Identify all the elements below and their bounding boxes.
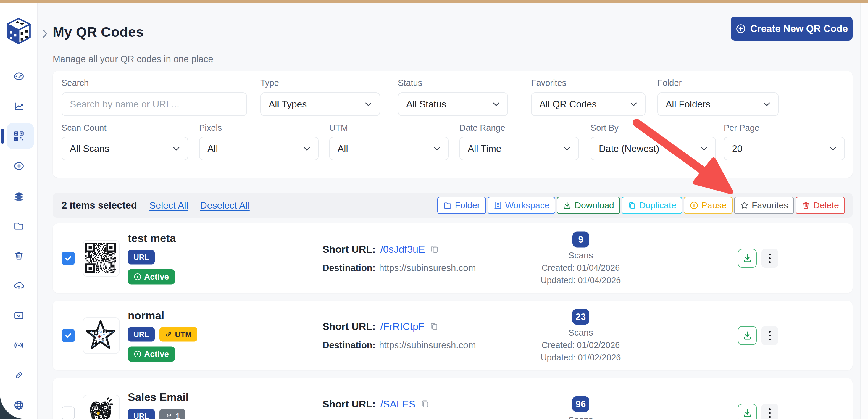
duplicate-icon: [627, 201, 637, 210]
utm-badge: UTM: [159, 327, 197, 341]
row-menu-button[interactable]: [762, 403, 778, 419]
qr-thumbnail: [83, 395, 120, 419]
trash-icon: [13, 250, 24, 261]
sidebar-item-upload[interactable]: [0, 270, 38, 300]
row-info: test meta URL Active: [128, 232, 176, 285]
favorites-label: Favorites: [531, 78, 566, 88]
sidebar-item-analytics[interactable]: [0, 91, 38, 121]
folder-icon: [13, 220, 24, 231]
chevron-down-icon: [173, 147, 180, 151]
status-label: Status: [398, 78, 422, 88]
qr-thumbnail: [83, 240, 120, 277]
sidebar-item-qr-codes[interactable]: [0, 121, 38, 151]
type-label: Type: [260, 78, 279, 88]
created-date: Created: 01/04/2026: [542, 263, 620, 272]
row-download-button[interactable]: [738, 403, 757, 419]
row-menu-button[interactable]: [762, 326, 778, 345]
per-page-select[interactable]: 20: [724, 137, 845, 160]
bulk-pause-button[interactable]: Pause: [684, 197, 733, 214]
bulk-delete-button[interactable]: Delete: [796, 197, 845, 214]
date-range-select[interactable]: All Time: [460, 137, 579, 160]
scan-count-badge: 23: [572, 309, 589, 325]
bulk-duplicate-button[interactable]: Duplicate: [622, 197, 682, 214]
type-badge: URL: [128, 250, 155, 264]
pixels-select[interactable]: All: [199, 137, 319, 160]
updated-date: Updated: 01/02/2026: [541, 352, 621, 362]
chevron-down-icon: [303, 147, 310, 151]
sidebar-item-create[interactable]: [0, 151, 38, 181]
bulk-favorites-button[interactable]: Favorites: [734, 197, 794, 214]
chevron-down-icon: [630, 102, 637, 107]
page-subtitle: Manage all your QR codes in one place: [53, 54, 213, 64]
short-url-link[interactable]: /FrRICtpF: [380, 321, 424, 332]
bulk-download-button[interactable]: Download: [557, 197, 620, 214]
chevron-down-icon: [365, 102, 372, 107]
short-url-link[interactable]: /0sJdf3uE: [380, 243, 425, 255]
qr-thumbnail: [83, 317, 120, 354]
broadcast-icon: [165, 412, 173, 419]
sidebar-item-folders[interactable]: [0, 211, 38, 241]
download-icon: [742, 253, 752, 263]
type-select[interactable]: All Types: [260, 92, 380, 116]
sidebar: [0, 3, 38, 419]
row-checkbox[interactable]: [62, 251, 75, 265]
row-checkbox[interactable]: [62, 329, 75, 342]
sidebar-item-trash[interactable]: [0, 241, 38, 270]
cloud-upload-icon: [13, 280, 24, 291]
play-icon: [134, 350, 142, 358]
scan-count-select[interactable]: All Scans: [62, 137, 188, 160]
destination-value: https://subinsuresh.com: [379, 263, 476, 273]
download-icon: [742, 331, 752, 340]
sidebar-item-bulk[interactable]: [0, 181, 38, 211]
utm-select[interactable]: All: [329, 137, 449, 160]
qr-row: Sales Email URL 1 Short URL: /SALES Dest…: [53, 378, 852, 419]
qr-name: test meta: [128, 232, 176, 244]
row-menu-button[interactable]: [762, 249, 778, 268]
download-icon: [742, 408, 752, 418]
sidebar-item-templates[interactable]: [0, 300, 38, 330]
calendar-check-icon: [13, 310, 24, 321]
folder-label: Folder: [657, 78, 682, 88]
gauge-icon: [13, 71, 24, 82]
copy-icon[interactable]: [421, 399, 430, 409]
qr-name: Sales Email: [128, 391, 189, 403]
row-download-button[interactable]: [738, 249, 757, 268]
deselect-all-link[interactable]: Deselect All: [200, 200, 250, 211]
plus-circle-icon: [13, 161, 24, 171]
sidebar-item-links[interactable]: [0, 360, 38, 390]
row-download-button[interactable]: [738, 326, 757, 345]
search-label: Search: [62, 78, 89, 88]
broadcast-icon: [13, 340, 24, 351]
sidebar-item-domains[interactable]: [0, 390, 38, 419]
copy-icon[interactable]: [430, 244, 439, 254]
row-stats: 96 Scans: [526, 396, 636, 419]
sort-by-label: Sort By: [590, 123, 619, 133]
row-checkbox[interactable]: [62, 406, 75, 419]
copy-icon[interactable]: [429, 322, 439, 331]
select-all-link[interactable]: Select All: [149, 200, 188, 211]
row-stats: 9 Scans Created: 01/04/2026 Updated: 01/…: [526, 231, 636, 285]
destination-label: Destination:: [322, 417, 375, 419]
row-urls: Short URL: /0sJdf3uE Destination: https:…: [322, 243, 476, 273]
create-new-qr-button[interactable]: Create New QR Code: [731, 17, 852, 40]
bulk-folder-button[interactable]: Folder: [437, 197, 486, 214]
sidebar-item-pixels[interactable]: [0, 330, 38, 360]
search-input[interactable]: [62, 92, 247, 116]
page-title: My QR Codes: [53, 24, 144, 40]
folder-select[interactable]: All Folders: [657, 92, 779, 116]
favorites-select[interactable]: All QR Codes: [531, 92, 646, 116]
short-url-link[interactable]: /SALES: [380, 398, 415, 410]
sidebar-item-dashboard[interactable]: [0, 61, 38, 91]
scrollbar[interactable]: [860, 3, 868, 419]
play-icon: [134, 273, 142, 280]
pixel-badge: 1: [159, 409, 185, 419]
bulk-workspace-button[interactable]: Workspace: [488, 197, 556, 214]
breadcrumb-chevron-icon[interactable]: [41, 28, 49, 40]
selection-toolbar: 2 items selected Select All Deselect All…: [53, 193, 852, 218]
sort-by-select[interactable]: Date (Newest): [590, 137, 716, 160]
status-select[interactable]: All Status: [398, 92, 508, 116]
app-logo[interactable]: [5, 16, 33, 46]
chevron-down-icon: [564, 147, 571, 151]
row-urls: Short URL: /SALES Destination: https://s…: [322, 398, 476, 419]
pause-circle-icon: [690, 201, 699, 210]
